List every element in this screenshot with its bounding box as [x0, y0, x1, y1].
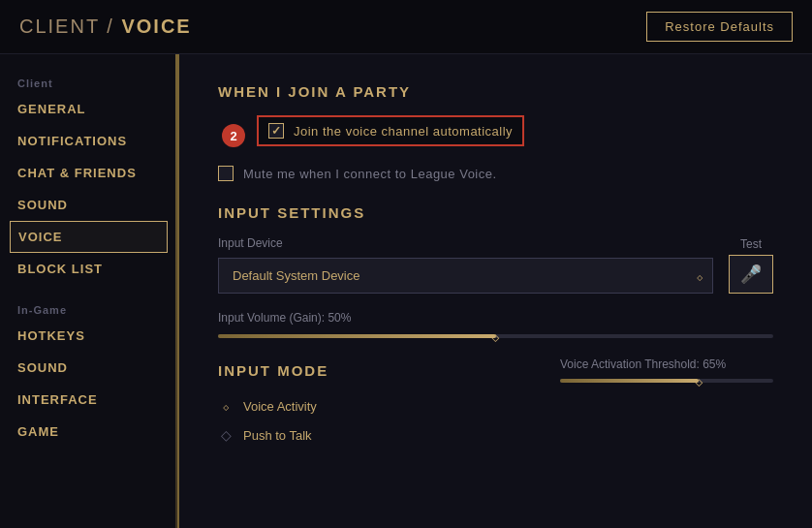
sidebar-label-interface: INTERFACE	[17, 392, 98, 407]
sidebar-ingame-group: In-Game	[0, 298, 177, 320]
party-section: WHEN I JOIN A PARTY 2 Join the voice cha…	[218, 83, 773, 181]
page-title-bold: VOICE	[121, 16, 191, 37]
party-badge: 2	[222, 124, 245, 147]
voice-activity-icon: ⬦	[218, 398, 234, 414]
test-col: Test 🎤	[729, 237, 773, 294]
mute-label: Mute me when I connect to League Voice.	[243, 167, 497, 181]
volume-slider-thumb[interactable]: ⬦	[486, 326, 506, 346]
sidebar-item-hotkeys[interactable]: HOTKEYS	[0, 320, 177, 352]
volume-slider-track[interactable]: ⬦	[218, 334, 773, 338]
sidebar-item-game[interactable]: GAME	[0, 416, 177, 448]
layout: Client GENERAL NOTIFICATIONS CHAT & FRIE…	[0, 54, 812, 528]
threshold-label: Voice Activation Threshold: 65%	[560, 357, 773, 371]
threshold-slider-thumb[interactable]: ⬦	[689, 371, 708, 390]
device-col: Input Device Default System Device	[218, 236, 713, 294]
input-settings-section: INPUT SETTINGS Input Device Default Syst…	[218, 204, 773, 338]
volume-slider-fill	[218, 334, 496, 338]
sidebar-label-hotkeys: HOTKEYS	[17, 328, 85, 343]
sidebar-label-chat-friends: CHAT & FRIENDS	[17, 166, 137, 180]
test-mic-button[interactable]: 🎤	[729, 255, 773, 294]
sidebar-client-group: Client	[0, 72, 177, 93]
sidebar-label-game: GAME	[17, 424, 59, 439]
microphone-icon: 🎤	[740, 264, 762, 285]
sidebar-item-interface[interactable]: INTERFACE	[0, 384, 177, 416]
sidebar-item-general[interactable]: GENERAL	[0, 93, 177, 125]
sidebar-label-notifications: NOTIFICATIONS	[17, 134, 127, 148]
restore-defaults-button[interactable]: Restore Defaults	[646, 12, 793, 42]
push-to-talk-label: Push to Talk	[243, 428, 312, 443]
mute-checkbox[interactable]	[218, 166, 234, 181]
sidebar-item-sound[interactable]: SOUND	[0, 189, 177, 221]
page-title-thin: CLIENT /	[19, 16, 121, 37]
threshold-slider-fill	[560, 379, 699, 383]
auto-join-checkbox[interactable]	[268, 123, 284, 139]
sidebar-label-general: GENERAL	[17, 102, 86, 116]
input-mode-section: INPUT MODE Voice Activation Threshold: 6…	[218, 357, 773, 443]
auto-join-row[interactable]: Join the voice channel automatically	[257, 115, 524, 146]
sidebar-item-chat-friends[interactable]: CHAT & FRIENDS	[0, 157, 177, 189]
sidebar-label-voice: VOICE	[18, 230, 62, 244]
sidebar-item-sound-ingame[interactable]: SOUND	[0, 352, 177, 384]
device-row: Input Device Default System Device Test …	[218, 236, 773, 294]
sidebar-label-sound-ingame: SOUND	[17, 360, 68, 375]
voice-activity-label: Voice Activity	[243, 399, 317, 414]
push-to-talk-icon: ◇	[218, 427, 234, 443]
sidebar: Client GENERAL NOTIFICATIONS CHAT & FRIE…	[0, 54, 179, 528]
input-mode-header: INPUT MODE Voice Activation Threshold: 6…	[218, 357, 773, 383]
input-settings-title: INPUT SETTINGS	[218, 204, 773, 221]
threshold-right: Voice Activation Threshold: 65% ⬦	[560, 357, 773, 383]
push-to-talk-option[interactable]: ◇ Push to Talk	[218, 427, 773, 443]
sidebar-item-voice[interactable]: 1 VOICE	[10, 221, 168, 253]
sidebar-label-block-list: BLOCK LIST	[17, 262, 103, 276]
device-label: Input Device	[218, 236, 713, 250]
page-title: CLIENT / VOICE	[19, 16, 192, 38]
auto-join-label: Join the voice channel automatically	[294, 124, 513, 139]
threshold-slider-track[interactable]: ⬦	[560, 379, 773, 383]
device-select[interactable]: Default System Device	[218, 258, 713, 294]
sidebar-item-notifications[interactable]: NOTIFICATIONS	[0, 125, 177, 157]
test-label: Test	[740, 237, 762, 251]
auto-join-checkbox-wrap[interactable]: Join the voice channel automatically	[268, 123, 513, 139]
voice-activity-option[interactable]: ⬦ Voice Activity	[218, 398, 773, 414]
party-section-title: WHEN I JOIN A PARTY	[218, 83, 773, 100]
header: CLIENT / VOICE Restore Defaults	[0, 0, 812, 54]
volume-label: Input Volume (Gain): 50%	[218, 311, 773, 325]
main-content: WHEN I JOIN A PARTY 2 Join the voice cha…	[179, 54, 812, 528]
sidebar-item-block-list[interactable]: BLOCK LIST	[0, 253, 177, 285]
sidebar-divider	[175, 54, 177, 528]
volume-slider-section: Input Volume (Gain): 50% ⬦	[218, 311, 773, 338]
mute-row[interactable]: Mute me when I connect to League Voice.	[218, 166, 773, 181]
device-select-wrapper[interactable]: Default System Device	[218, 258, 713, 294]
sidebar-label-sound: SOUND	[17, 198, 68, 212]
input-mode-title: INPUT MODE	[218, 362, 328, 379]
